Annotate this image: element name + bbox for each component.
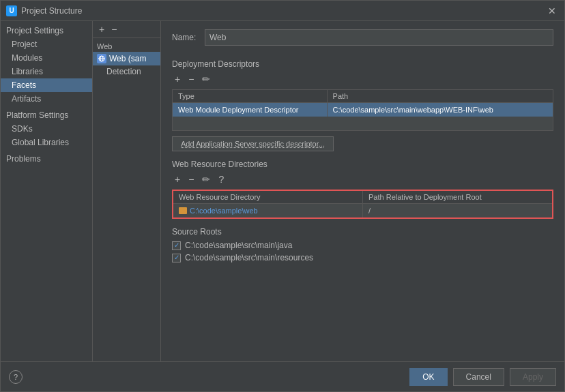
- deployment-descriptors-toolbar: + − ✏: [172, 73, 553, 85]
- table-row[interactable]: Web Module Deployment Descriptor C:\code…: [173, 103, 553, 117]
- tree-toolbar: + −: [93, 21, 160, 38]
- folder-icon: [179, 207, 187, 214]
- cancel-button[interactable]: Cancel: [453, 368, 504, 386]
- deployment-descriptors-table: Type Path Web Module Deployment Descript…: [172, 89, 553, 131]
- source-roots-header: Source Roots: [172, 227, 553, 237]
- tree-item-detection[interactable]: Detection: [93, 65, 160, 78]
- problems-section: Problems: [1, 152, 92, 166]
- wrd-edit-button[interactable]: ✏: [199, 173, 213, 185]
- wrd-table-header: Web Resource Directory Path Relative to …: [173, 191, 552, 204]
- tree-item-web[interactable]: Web (sam: [93, 52, 160, 65]
- project-settings-section: Project Settings: [1, 24, 92, 37]
- dd-remove-button[interactable]: −: [186, 73, 197, 85]
- table-header-row: Type Path: [173, 90, 553, 103]
- sidebar-item-sdks[interactable]: SDKs: [1, 122, 92, 136]
- apply-button[interactable]: Apply: [510, 368, 556, 386]
- wrd-help-button[interactable]: ?: [216, 173, 227, 185]
- sidebar-item-libraries[interactable]: Libraries: [1, 65, 92, 78]
- source-root-checkbox-1[interactable]: [172, 254, 181, 262]
- web-resource-table: Web Resource Directory Path Relative to …: [172, 190, 553, 219]
- source-roots-list: C:\code\sample\src\main\java C:\code\sam…: [172, 241, 553, 262]
- source-root-path-0: C:\code\sample\src\main\java: [185, 241, 292, 250]
- sidebar-item-artifacts[interactable]: Artifacts: [1, 92, 92, 106]
- platform-settings-section: Platform Settings: [1, 108, 92, 122]
- bottom-bar: ? OK Cancel Apply: [1, 361, 564, 391]
- source-root-item-0: C:\code\sample\src\main\java: [172, 241, 553, 250]
- web-icon: [97, 54, 106, 63]
- sidebar: Project Settings Project Modules Librari…: [1, 21, 93, 361]
- app-icon: U: [6, 5, 17, 16]
- bottom-right: OK Cancel Apply: [409, 368, 556, 386]
- dialog-body: Project Settings Project Modules Librari…: [1, 21, 564, 361]
- tree-panel: + − Web Web (sam: [93, 21, 161, 361]
- table-empty-space: [173, 117, 553, 130]
- wrd-table-row[interactable]: C:\code\sample\web /: [173, 204, 552, 217]
- titlebar: U Project Structure ✕: [1, 1, 564, 21]
- wrd-toolbar: + − ✏ ?: [172, 173, 553, 185]
- add-descriptor-button[interactable]: Add Application Server specific descript…: [172, 136, 334, 151]
- close-button[interactable]: ✕: [545, 4, 559, 18]
- type-cell: Web Module Deployment Descriptor: [173, 103, 328, 117]
- dialog-title: Project Structure: [21, 6, 82, 16]
- col-path-relative: Path Relative to Deployment Root: [363, 191, 552, 203]
- col-web-resource-dir: Web Resource Directory: [173, 191, 363, 203]
- tree-section-web: Web: [93, 41, 160, 52]
- wrd-relative-path-cell: /: [363, 204, 552, 217]
- wrd-dir-link: C:\code\sample\web: [179, 207, 357, 215]
- deployment-descriptors-header: Deployment Descriptors: [172, 59, 553, 69]
- help-button[interactable]: ?: [9, 370, 23, 384]
- sidebar-item-global-libraries[interactable]: Global Libraries: [1, 136, 92, 149]
- sidebar-item-project[interactable]: Project: [1, 37, 92, 51]
- name-field-row: Name:: [172, 29, 553, 46]
- col-path: Path: [328, 90, 553, 102]
- sidebar-nav: Project Settings Project Modules Librari…: [1, 21, 92, 361]
- titlebar-left: U Project Structure: [6, 5, 82, 16]
- path-cell: C:\code\sample\src\main\webapp\WEB-INF\w…: [328, 103, 553, 117]
- dd-edit-button[interactable]: ✏: [199, 73, 213, 85]
- tree-content: Web Web (sam Detection: [93, 38, 160, 361]
- name-input[interactable]: [205, 29, 553, 46]
- arrow-indicator: [161, 190, 169, 226]
- wrd-add-button[interactable]: +: [172, 173, 183, 185]
- bottom-left: ?: [9, 370, 23, 384]
- wrd-dir-cell: C:\code\sample\web: [173, 204, 363, 217]
- web-resource-directories-section: Web Resource Directories + − ✏ ? Web Res…: [172, 160, 553, 219]
- source-roots-section: Source Roots C:\code\sample\src\main\jav…: [172, 227, 553, 262]
- source-root-path-1: C:\code\sample\src\main\resources: [185, 253, 313, 262]
- tree-add-button[interactable]: +: [97, 24, 106, 35]
- project-structure-dialog: U Project Structure ✕ Project Settings P…: [0, 0, 565, 392]
- name-label: Name:: [172, 33, 199, 42]
- source-root-checkbox-0[interactable]: [172, 241, 181, 250]
- sidebar-item-facets[interactable]: Facets: [1, 78, 92, 92]
- source-root-item-1: C:\code\sample\src\main\resources: [172, 253, 553, 262]
- wrd-remove-button[interactable]: −: [186, 173, 197, 185]
- web-resource-dir-header: Web Resource Directories: [172, 160, 553, 169]
- ok-button[interactable]: OK: [409, 368, 447, 386]
- tree-remove-button[interactable]: −: [109, 24, 119, 35]
- deployment-descriptors-section: Deployment Descriptors + − ✏ Type Path: [172, 59, 553, 151]
- content-panel: Name: Deployment Descriptors + − ✏ Type: [161, 21, 564, 361]
- col-type: Type: [173, 90, 328, 102]
- dd-add-button[interactable]: +: [172, 73, 183, 85]
- sidebar-item-modules[interactable]: Modules: [1, 51, 92, 65]
